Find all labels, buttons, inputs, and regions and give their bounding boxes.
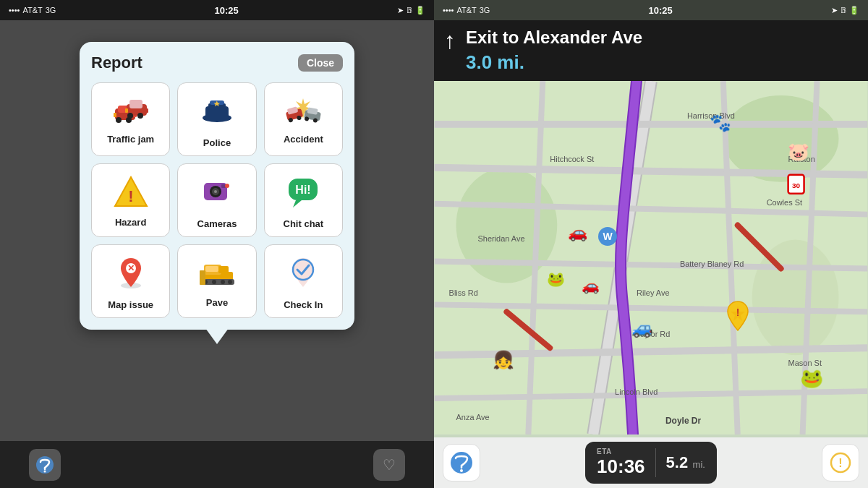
menu-button-left[interactable] <box>29 449 61 481</box>
status-bar-left: •••• AT&T 3G 10:25 ➤ 𝔹 🔋 <box>0 0 434 20</box>
close-button[interactable]: Close <box>298 54 343 72</box>
svg-rect-10 <box>125 108 128 113</box>
traffic-jam-icon <box>112 97 150 129</box>
battery-right: 🔋 <box>849 6 859 15</box>
status-bar-right: •••• AT&T 3G 10:25 ➤ 𝔹 🔋 <box>434 0 868 20</box>
svg-text:Hi!: Hi! <box>296 184 311 196</box>
svg-text:Battery Blaney Rd: Battery Blaney Rd <box>680 260 744 268</box>
map-char-5: 👧 <box>493 350 514 370</box>
svg-point-2 <box>116 117 122 123</box>
svg-text:!: ! <box>736 307 740 318</box>
nav-bottom: ETA 10:36 5.2 mi. ! <box>434 437 868 488</box>
svg-text:Sheridan Ave: Sheridan Ave <box>477 234 524 242</box>
svg-text:Riley Ave: Riley Ave <box>637 288 670 297</box>
report-modal: Report Close <box>80 42 354 330</box>
waze-menu-button[interactable] <box>443 444 480 481</box>
cameras-icon <box>200 174 234 214</box>
eta-block: ETA 10:36 5.2 mi. <box>585 442 717 484</box>
svg-text:✕: ✕ <box>127 263 135 273</box>
svg-rect-7 <box>129 100 142 108</box>
svg-text:Doyle Dr: Doyle Dr <box>665 416 702 426</box>
svg-rect-11 <box>145 108 148 113</box>
nav-distance: 3.0 mi. <box>466 51 858 74</box>
report-grid: Traffic jam <box>91 82 343 318</box>
report-item-traffic-jam[interactable]: Traffic jam <box>91 82 170 156</box>
map-issue-label: Map issue <box>108 299 153 310</box>
right-icons-left: ➤ 𝔹 🔋 <box>397 6 425 15</box>
svg-point-48 <box>221 280 225 284</box>
distance-block: 5.2 mi. <box>666 453 705 472</box>
accident-icon <box>284 97 322 129</box>
svg-point-53 <box>44 470 46 472</box>
svg-marker-36 <box>293 200 302 207</box>
map-char-2: 🐷 <box>788 142 809 162</box>
hazard-map-pin: ! <box>725 300 751 335</box>
phone-content-left: Report Close <box>0 20 434 441</box>
nav-arrow-icon: ➤ <box>831 6 838 15</box>
svg-rect-4 <box>114 113 116 117</box>
hazard-label: Hazard <box>115 217 146 228</box>
svg-point-55 <box>723 95 839 182</box>
report-item-chit-chat[interactable]: Hi! Chit chat <box>264 163 343 237</box>
favorite-button-left[interactable]: ♡ <box>373 449 405 481</box>
pave-label: Pave <box>206 297 228 308</box>
report-item-pave[interactable]: Pave <box>177 244 256 318</box>
svg-point-32 <box>214 190 217 193</box>
report-title: Report <box>91 53 142 72</box>
hazard-icon: ! <box>114 176 148 213</box>
direction-arrow: ↑ <box>444 29 456 52</box>
heart-icon: ♡ <box>383 456 396 474</box>
bluetooth-icon-left: 𝔹 <box>407 6 412 15</box>
map-car: 🚙 <box>631 318 653 338</box>
pave-icon <box>198 257 236 293</box>
signal-dots-left: •••• <box>9 6 20 14</box>
report-item-police[interactable]: Police <box>177 82 256 156</box>
report-item-map-issue[interactable]: ✕ Map issue <box>91 244 170 318</box>
location-icon-left: ➤ <box>397 6 404 15</box>
icons-right: ➤ 𝔹 🔋 <box>831 6 859 15</box>
map-char-7: 🚗 <box>582 277 600 294</box>
accident-label: Accident <box>284 134 323 145</box>
svg-point-49 <box>228 280 232 284</box>
svg-rect-44 <box>218 266 229 273</box>
map-issue-icon: ✕ <box>115 255 147 295</box>
report-modal-header: Report Close <box>91 53 343 72</box>
alert-button[interactable]: ! <box>822 444 859 481</box>
eta-divider <box>655 448 656 477</box>
svg-text:!: ! <box>128 187 133 205</box>
nav-info: Exit to Alexander Ave 3.0 mi. <box>466 27 858 74</box>
carrier-right: AT&T <box>456 6 476 14</box>
report-item-accident[interactable]: Accident <box>264 82 343 156</box>
signal-right: •••• <box>443 6 454 14</box>
report-item-check-in[interactable]: Check In <box>264 244 343 318</box>
map-char-1: 🐾 <box>710 113 731 133</box>
svg-rect-43 <box>205 266 218 272</box>
eta-time: 10:36 <box>597 455 645 478</box>
report-item-cameras[interactable]: Cameras <box>177 163 256 237</box>
police-icon <box>200 93 234 133</box>
distance-value: 5.2 <box>666 453 689 471</box>
nav-header: ↑ Exit to Alexander Ave 3.0 mi. <box>434 20 868 81</box>
svg-point-47 <box>212 280 216 284</box>
nav-street: Exit to Alexander Ave <box>466 27 858 48</box>
cameras-label: Cameras <box>197 218 237 229</box>
waze-w-icon: W <box>598 227 617 246</box>
svg-text:Bliss Rd: Bliss Rd <box>449 288 478 297</box>
check-in-icon <box>286 255 320 295</box>
time-left: 10:25 <box>215 5 239 16</box>
chit-chat-label: Chit chat <box>284 218 324 229</box>
map-char-3: 🚗 <box>568 223 587 242</box>
eta-label: ETA <box>597 448 612 455</box>
chit-chat-icon: Hi! <box>286 174 320 214</box>
distance-unit: mi. <box>693 459 705 470</box>
svg-point-90 <box>460 469 463 472</box>
network-right: 3G <box>480 6 490 14</box>
svg-rect-50 <box>200 270 205 285</box>
report-item-hazard[interactable]: ! Hazard <box>91 163 170 237</box>
check-in-label: Check In <box>284 299 323 310</box>
svg-point-8 <box>127 113 133 119</box>
svg-text:Hitchcock St: Hitchcock St <box>550 155 594 163</box>
bt-icon: 𝔹 <box>841 6 846 15</box>
svg-point-34 <box>225 184 229 188</box>
map-char-6: 🐸 <box>547 270 565 288</box>
